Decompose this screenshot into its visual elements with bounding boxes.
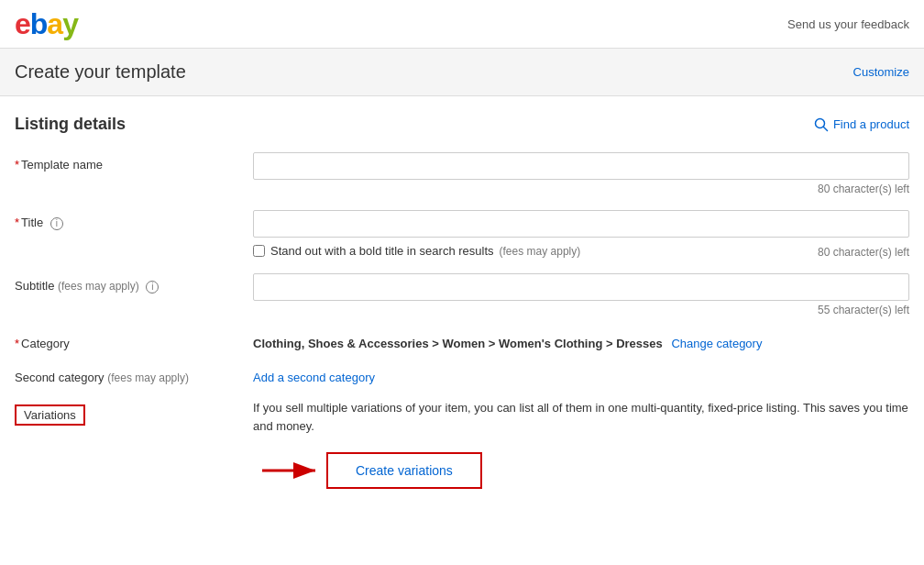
arrow-container bbox=[253, 448, 326, 493]
bold-title-checkbox[interactable] bbox=[253, 245, 265, 257]
find-product-link[interactable]: Find a product bbox=[814, 117, 909, 132]
variations-content: If you sell multiple variations of your … bbox=[253, 399, 909, 493]
subtitle-info-icon[interactable]: i bbox=[146, 281, 159, 294]
template-name-label: *Template name bbox=[15, 152, 253, 172]
ebay-logo: ebay bbox=[15, 9, 78, 39]
create-variations-area: Create variations bbox=[253, 448, 909, 493]
page-title: Create your template bbox=[15, 61, 186, 83]
title-char-count: 80 character(s) left bbox=[818, 246, 909, 259]
logo-letter-e: e bbox=[15, 9, 30, 39]
title-field-wrap: Stand out with a bold title in search re… bbox=[253, 210, 909, 259]
add-second-category-link[interactable]: Add a second category bbox=[253, 365, 375, 384]
bold-title-row: Stand out with a bold title in search re… bbox=[253, 243, 909, 259]
second-category-row: Second category (fees may apply) Add a s… bbox=[15, 365, 909, 384]
section-header: Listing details Find a product bbox=[15, 115, 909, 134]
header: ebay Send us your feedback bbox=[0, 0, 924, 49]
second-category-fees: (fees may apply) bbox=[107, 371, 189, 384]
variations-row: Variations If you sell multiple variatio… bbox=[15, 399, 909, 493]
required-star-category: * bbox=[15, 337, 19, 350]
second-category-label: Second category (fees may apply) bbox=[15, 365, 253, 384]
template-name-field-wrap: 80 character(s) left bbox=[253, 152, 909, 195]
subtitle-fees: (fees may apply) bbox=[58, 280, 139, 293]
arrow-icon bbox=[253, 448, 326, 493]
logo-letter-a: a bbox=[47, 9, 62, 39]
template-name-row: *Template name 80 character(s) left bbox=[15, 152, 909, 195]
category-row: *Category Clothing, Shoes & Accessories … bbox=[15, 331, 909, 350]
create-variations-button[interactable]: Create variations bbox=[326, 452, 482, 489]
logo-letter-b: b bbox=[30, 9, 48, 39]
feedback-link[interactable]: Send us your feedback bbox=[787, 17, 909, 31]
subtitle-row: Subtitle (fees may apply) i 55 character… bbox=[15, 273, 909, 316]
subtitle-input[interactable] bbox=[253, 273, 909, 301]
variations-label: Variations bbox=[15, 404, 85, 426]
bold-title-label[interactable]: Stand out with a bold title in search re… bbox=[253, 244, 580, 258]
customize-link[interactable]: Customize bbox=[853, 65, 909, 79]
subtitle-char-count: 55 character(s) left bbox=[253, 304, 909, 316]
page-title-bar: Create your template Customize bbox=[0, 49, 924, 96]
change-category-link[interactable]: Change category bbox=[671, 337, 762, 350]
category-path: Clothing, Shoes & Accessories > Women > … bbox=[253, 337, 663, 350]
title-input[interactable] bbox=[253, 210, 909, 238]
category-value: Clothing, Shoes & Accessories > Women > … bbox=[253, 331, 762, 350]
title-row: *Title i Stand out with a bold title in … bbox=[15, 210, 909, 259]
bold-title-text: Stand out with a bold title in search re… bbox=[270, 244, 494, 258]
listing-details-title: Listing details bbox=[15, 115, 126, 134]
svg-line-1 bbox=[823, 127, 827, 130]
title-info-icon[interactable]: i bbox=[50, 217, 63, 230]
variations-description: If you sell multiple variations of your … bbox=[253, 399, 909, 435]
subtitle-label: Subtitle (fees may apply) i bbox=[15, 273, 253, 294]
logo-letter-y: y bbox=[62, 9, 78, 39]
search-icon bbox=[814, 117, 829, 132]
variations-label-box: Variations bbox=[15, 399, 253, 426]
main-content: Listing details Find a product *Template… bbox=[0, 96, 924, 526]
required-star-title: * bbox=[15, 216, 19, 229]
title-label: *Title i bbox=[15, 210, 253, 230]
template-name-char-count: 80 character(s) left bbox=[253, 183, 909, 195]
template-name-input[interactable] bbox=[253, 152, 909, 180]
category-label: *Category bbox=[15, 331, 253, 350]
bold-title-fees: (fees may apply) bbox=[500, 245, 581, 258]
find-product-label: Find a product bbox=[833, 117, 909, 131]
subtitle-field-wrap: 55 character(s) left bbox=[253, 273, 909, 316]
required-star: * bbox=[15, 158, 19, 172]
